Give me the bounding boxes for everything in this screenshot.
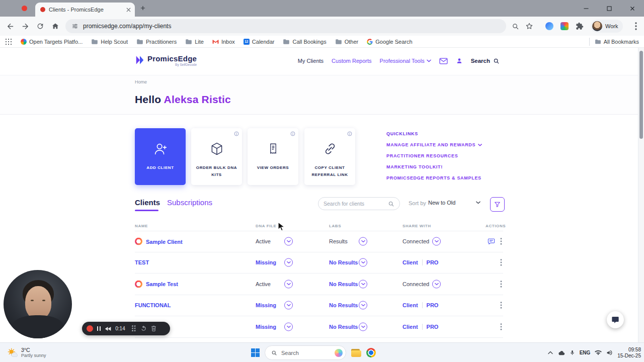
filter-button[interactable] <box>490 197 505 212</box>
rewind-button[interactable] <box>105 326 111 331</box>
zoom-icon[interactable] <box>509 20 521 32</box>
add-client-card[interactable]: ADD CLIENT <box>135 128 186 185</box>
promicsedge-logo[interactable]: PromicsEdge By SelfDecode <box>135 55 197 67</box>
scrollbar-thumb[interactable] <box>639 51 643 139</box>
chat-launcher-button[interactable] <box>607 311 624 328</box>
restart-recording-button[interactable] <box>140 325 147 332</box>
quicklink-manage-affiliate[interactable]: MANAGE AFFILIATE AND REWARDS <box>386 142 482 148</box>
bookmark-folder-help-scout[interactable]: Help Scout <box>91 39 128 45</box>
hidden-icons-chevron[interactable] <box>548 351 553 354</box>
clock[interactable]: 09:58 15-Dec-25 <box>617 347 641 359</box>
nav-custom-reports[interactable]: Custom Reports <box>332 58 371 64</box>
account-icon[interactable] <box>456 57 463 64</box>
bookmark-folder-practitioners[interactable]: Practitioners <box>136 39 177 45</box>
row-actions-menu[interactable] <box>500 281 502 288</box>
volume-icon[interactable] <box>606 349 613 356</box>
extension-icon-2[interactable] <box>558 20 571 32</box>
share-client-link[interactable]: Client <box>403 302 418 308</box>
message-client-button[interactable] <box>488 238 495 245</box>
client-name-link[interactable]: TEST <box>135 259 149 265</box>
info-icon[interactable] <box>290 131 295 136</box>
dna-file-dropdown-button[interactable] <box>284 301 293 310</box>
taskbar-search[interactable]: Search <box>265 345 346 360</box>
nav-professional-tools[interactable]: Professional Tools <box>380 58 431 64</box>
order-bulk-dna-kits-card[interactable]: ORDER BULK DNA KITS <box>191 128 242 185</box>
labs-dropdown-button[interactable] <box>359 280 367 288</box>
delete-recording-button[interactable] <box>151 325 156 332</box>
quicklink-practitioner-resources[interactable]: PRACTITIONER RESOURCES <box>386 153 482 159</box>
dna-file-dropdown-button[interactable] <box>284 280 293 288</box>
new-tab-button[interactable] <box>139 5 146 12</box>
labs-dropdown-button[interactable] <box>359 301 367 310</box>
tab-close-icon[interactable] <box>126 8 131 12</box>
window-maximize-button[interactable] <box>598 0 621 17</box>
address-bar[interactable]: promicsedge.com/app/my-clients <box>65 19 506 33</box>
sort-select[interactable]: New to Old <box>428 200 480 206</box>
dna-file-dropdown-button[interactable] <box>284 322 293 331</box>
dna-file-dropdown-button[interactable] <box>284 258 293 267</box>
file-explorer-icon[interactable] <box>351 349 361 357</box>
share-pro-link[interactable]: PRO <box>427 302 439 308</box>
extension-icon-1[interactable] <box>543 20 555 32</box>
bookmark-folder-call-bookings[interactable]: Call Bookings <box>283 39 326 45</box>
quicklink-marketing-toolkit[interactable]: MARKETING TOOLKIT! <box>386 164 482 170</box>
bookmark-google-search[interactable]: Google Search <box>367 39 412 45</box>
client-name-link[interactable]: Sample Test <box>146 281 178 287</box>
view-orders-card[interactable]: VIEW ORDERS <box>248 128 298 185</box>
bookmark-inbox[interactable]: Inbox <box>212 39 235 45</box>
tab-subscriptions[interactable]: Subscriptions <box>167 198 212 207</box>
extensions-puzzle-icon[interactable] <box>574 20 586 32</box>
start-button[interactable] <box>251 348 260 357</box>
quicklink-reports-samples[interactable]: PROMICSEDGE REPORTS & SAMPLES <box>386 175 482 181</box>
browser-menu-icon[interactable] <box>630 20 642 32</box>
cloud-icon[interactable] <box>557 350 565 355</box>
window-minimize-button[interactable] <box>575 0 598 17</box>
mail-icon[interactable] <box>439 58 448 64</box>
nav-my-clients[interactable]: My Clients <box>298 58 324 64</box>
client-name-link[interactable]: FUNCTIONAL <box>135 302 171 308</box>
breadcrumb[interactable]: Home <box>135 79 147 84</box>
window-close-button[interactable] <box>621 0 644 17</box>
share-client-link[interactable]: Client <box>403 324 418 330</box>
client-search-input[interactable] <box>324 201 388 207</box>
back-button[interactable] <box>4 20 16 32</box>
labs-dropdown-button[interactable] <box>359 258 367 267</box>
site-search-button[interactable]: Search <box>471 58 500 64</box>
labs-dropdown-button[interactable] <box>359 322 367 331</box>
row-actions-menu[interactable] <box>500 323 502 330</box>
row-actions-menu[interactable] <box>500 238 502 245</box>
share-client-link[interactable]: Client <box>403 259 418 265</box>
tab-clients[interactable]: Clients <box>135 198 160 207</box>
share-dropdown-button[interactable] <box>432 237 441 246</box>
home-button[interactable] <box>49 20 61 32</box>
all-bookmarks-button[interactable]: All Bookmarks <box>595 39 639 45</box>
dna-file-dropdown-button[interactable] <box>284 237 293 246</box>
chrome-icon[interactable] <box>366 348 376 357</box>
pause-recording-button[interactable] <box>97 326 101 331</box>
wifi-icon[interactable] <box>595 350 602 355</box>
profile-chip[interactable]: Work <box>591 20 623 33</box>
page-scrollbar[interactable] <box>638 48 644 342</box>
stop-recording-button[interactable] <box>87 325 93 332</box>
language-indicator[interactable]: ENG <box>580 350 591 355</box>
bookmark-folder-other[interactable]: Other <box>335 39 359 45</box>
forward-button[interactable] <box>19 20 31 32</box>
row-actions-menu[interactable] <box>500 302 502 309</box>
bookmark-star-icon[interactable] <box>523 20 535 32</box>
search-icon[interactable] <box>388 201 394 207</box>
reload-button[interactable] <box>34 20 46 32</box>
site-info-icon[interactable] <box>71 23 78 30</box>
bookmark-folder-lite[interactable]: Lite <box>185 39 204 45</box>
share-pro-link[interactable]: PRO <box>427 259 439 265</box>
drag-handle-icon[interactable] <box>132 325 136 332</box>
copy-client-referral-link-card[interactable]: COPY CLIENT REFERRAL LINK <box>304 128 355 185</box>
weather-widget[interactable]: 3°C Partly sunny <box>4 344 49 361</box>
row-actions-menu[interactable] <box>500 259 502 266</box>
microphone-icon[interactable] <box>570 349 575 356</box>
apps-grid-icon[interactable] <box>5 38 12 45</box>
info-icon[interactable] <box>234 131 239 136</box>
client-name-link[interactable]: Sample Client <box>146 238 183 244</box>
webcam-overlay[interactable] <box>4 270 72 338</box>
share-dropdown-button[interactable] <box>432 280 441 288</box>
labs-dropdown-button[interactable] <box>359 237 367 246</box>
